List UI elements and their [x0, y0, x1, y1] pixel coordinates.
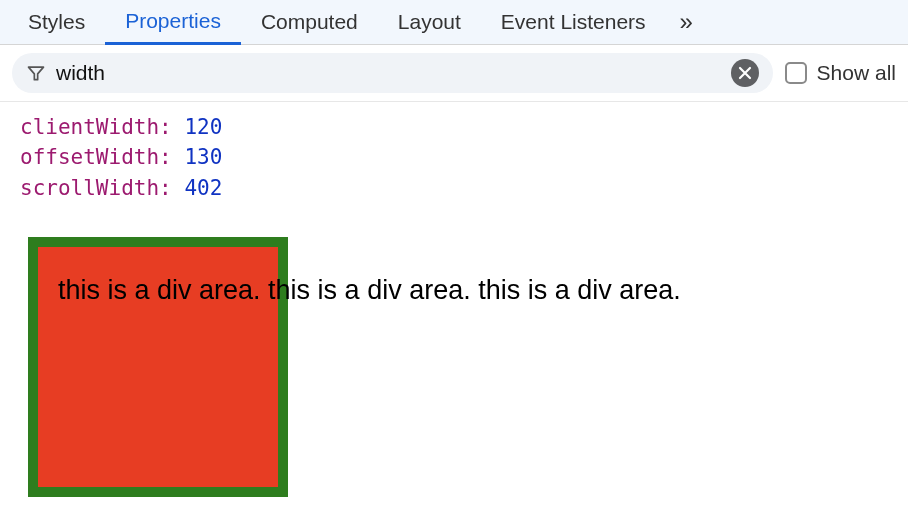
property-value: 120 — [184, 115, 222, 139]
property-row: scrollWidth: 402 — [20, 173, 888, 203]
filter-input-container — [12, 53, 773, 93]
filter-input[interactable] — [56, 61, 721, 85]
properties-list: clientWidth: 120 offsetWidth: 130 scroll… — [0, 102, 908, 213]
show-all-label: Show all — [817, 61, 896, 85]
filter-icon — [26, 63, 46, 83]
tab-properties[interactable]: Properties — [105, 1, 241, 45]
property-value: 130 — [184, 145, 222, 169]
property-key: offsetWidth — [20, 145, 159, 169]
property-row: offsetWidth: 130 — [20, 142, 888, 172]
property-row: clientWidth: 120 — [20, 112, 888, 142]
property-value: 402 — [184, 176, 222, 200]
devtools-tabs: Styles Properties Computed Layout Event … — [0, 0, 908, 45]
show-all-checkbox[interactable] — [785, 62, 807, 84]
show-all-toggle[interactable]: Show all — [785, 61, 896, 85]
tab-computed[interactable]: Computed — [241, 0, 378, 44]
tab-styles[interactable]: Styles — [8, 0, 105, 44]
demo-box: this is a div area. this is a div area. … — [28, 237, 288, 497]
property-key: clientWidth — [20, 115, 159, 139]
demo-area: this is a div area. this is a div area. … — [0, 213, 908, 497]
filter-bar: Show all — [0, 45, 908, 102]
demo-text: this is a div area. this is a div area. … — [58, 275, 681, 306]
close-icon — [738, 66, 752, 80]
tab-layout[interactable]: Layout — [378, 0, 481, 44]
clear-filter-button[interactable] — [731, 59, 759, 87]
tabs-overflow-button[interactable]: » — [666, 8, 707, 36]
tab-event-listeners[interactable]: Event Listeners — [481, 0, 666, 44]
property-key: scrollWidth — [20, 176, 159, 200]
